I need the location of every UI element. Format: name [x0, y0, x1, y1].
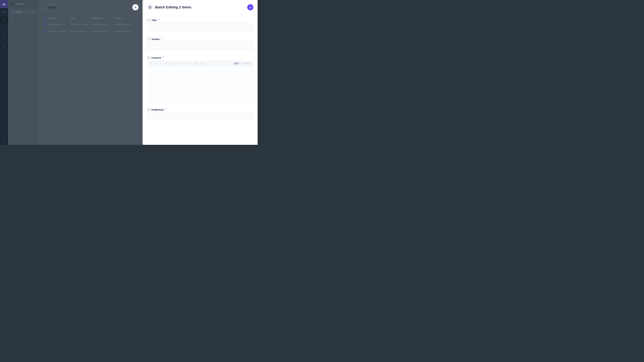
field-title-label-row: Title ★ — [148, 18, 160, 22]
page-background: ? — [0, 0, 142, 145]
link-icon[interactable] — [190, 62, 192, 65]
field-published-checkbox[interactable] — [148, 108, 150, 111]
svg-text:T: T — [150, 63, 150, 64]
tab-edit[interactable]: Edit — [232, 62, 240, 65]
save-button[interactable] — [247, 4, 254, 10]
svg-text:T: T — [150, 62, 152, 65]
bold-icon[interactable]: B — [154, 62, 157, 65]
published-input[interactable] — [148, 112, 253, 120]
required-star-icon: ★ — [161, 37, 162, 39]
editor-textarea[interactable] — [148, 66, 253, 102]
close-icon — [134, 6, 137, 8]
svg-text:B: B — [155, 62, 157, 65]
field-label: Author — [152, 38, 160, 40]
bulleted-list-icon[interactable] — [170, 62, 172, 65]
field-label: Content — [152, 56, 161, 59]
field-author-label-row: Author ★ — [148, 37, 162, 40]
italic-icon[interactable]: I — [160, 62, 162, 65]
tab-preview[interactable]: Preview — [242, 62, 250, 65]
drawer-title: Batch Editing 2 Items — [155, 5, 191, 9]
svg-text:3: 3 — [175, 64, 175, 65]
field-title-checkbox[interactable] — [148, 19, 150, 21]
box-icon — [148, 6, 152, 9]
field-published-label-row: Published ★ — [148, 108, 166, 111]
app-window: ? — [0, 0, 258, 145]
author-input[interactable] — [148, 42, 253, 50]
markdown-editor: TT B I 123 — [148, 61, 253, 102]
field-label: Title — [152, 19, 157, 22]
image-icon[interactable] — [200, 62, 202, 65]
editor-mode-tabs: Edit Preview — [232, 62, 250, 65]
check-icon — [249, 6, 252, 9]
batch-edit-drawer: Batch Editing 2 Items Title ★ Author ★ C… — [142, 0, 258, 145]
numbered-list-icon[interactable]: 123 — [174, 62, 177, 65]
drawer-header-icon — [147, 4, 153, 10]
required-star-icon: ★ — [162, 56, 164, 58]
field-content-label-row: Content ★ — [148, 56, 164, 59]
blockquote-icon[interactable] — [180, 62, 182, 65]
editor-toolbar: TT B I 123 — [148, 61, 253, 66]
code-icon[interactable] — [185, 62, 187, 65]
required-star-icon: ★ — [158, 18, 160, 20]
title-input[interactable] — [148, 23, 253, 31]
close-drawer-button[interactable] — [132, 4, 138, 10]
field-content-checkbox[interactable] — [148, 56, 150, 59]
svg-text:I: I — [160, 62, 162, 65]
strikethrough-icon[interactable] — [164, 62, 167, 65]
table-icon[interactable] — [195, 62, 198, 65]
drawer-overlay[interactable] — [0, 0, 142, 145]
required-star-icon: ★ — [165, 108, 166, 110]
heading-icon[interactable]: TT — [150, 62, 152, 65]
field-label: Published — [152, 108, 164, 111]
field-author-checkbox[interactable] — [148, 38, 150, 40]
